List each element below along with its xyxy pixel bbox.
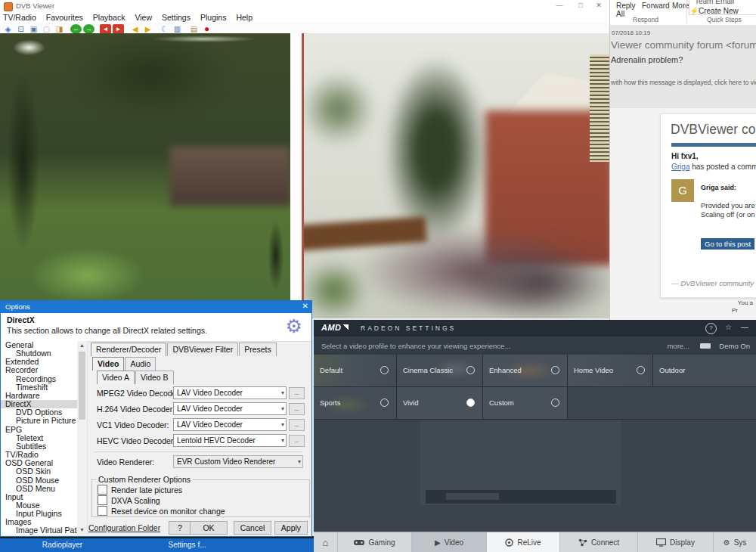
nav-gaming[interactable]: Gaming xyxy=(338,532,412,552)
help-button[interactable]: ? xyxy=(169,521,191,535)
tab-video-a[interactable]: Video A xyxy=(97,371,135,384)
checkbox-render-late-pictures[interactable]: Render late pictures xyxy=(98,485,182,495)
close-icon[interactable]: ✕ xyxy=(302,302,308,310)
volume-mute-icon[interactable]: ◀ xyxy=(129,24,141,34)
right-video-pane xyxy=(304,33,609,318)
profile-tile-default[interactable]: Default xyxy=(314,355,397,387)
menu-help[interactable]: Help xyxy=(236,13,253,22)
tab-renderer-decoder[interactable]: Renderer/Decoder xyxy=(91,343,166,356)
radio-icon[interactable] xyxy=(466,366,475,374)
nav-home[interactable]: ⌂ xyxy=(314,532,338,552)
scroll-up-icon[interactable]: ▲ xyxy=(77,341,87,350)
scroll-down-icon[interactable]: ▼ xyxy=(77,526,87,535)
ok-button[interactable]: OK xyxy=(190,521,228,535)
checkbox-dxva-scaling[interactable]: DXVA Scaling xyxy=(98,495,160,505)
tab-presets[interactable]: Presets xyxy=(239,343,277,356)
checkbox-icon[interactable] xyxy=(98,485,107,495)
profile-tile-vivid[interactable]: Vivid xyxy=(397,387,483,420)
close-button[interactable]: ✕ xyxy=(588,0,609,11)
cancel-button[interactable]: Cancel xyxy=(234,521,271,535)
radio-icon[interactable] xyxy=(380,366,389,374)
video-source-icon[interactable]: ◨ xyxy=(54,24,65,34)
menu-view[interactable]: View xyxy=(135,13,152,22)
menu-playback[interactable]: Playback xyxy=(93,13,125,22)
back-icon[interactable]: ← xyxy=(70,24,82,34)
tree-item[interactable]: OSD Mouse xyxy=(1,476,77,485)
radio-selected-icon[interactable] xyxy=(466,398,475,407)
menu-favourites[interactable]: Favourites xyxy=(46,13,83,22)
channel-down-icon[interactable]: ◄ xyxy=(100,24,111,34)
forward-icon[interactable]: → xyxy=(83,24,94,34)
demo-toggle-icon[interactable] xyxy=(700,343,711,349)
menu-plugins[interactable]: Plugins xyxy=(200,13,226,22)
profile-tile-enhanced[interactable]: Enhanced xyxy=(483,355,568,387)
tab-video[interactable]: Video xyxy=(92,357,124,371)
tab-video-b[interactable]: Video B xyxy=(135,371,174,384)
window-disabled-icon[interactable]: ▢ xyxy=(41,24,52,34)
profile-tile-cinema-classic[interactable]: Cinema Classic xyxy=(397,355,483,387)
mpeg2-decoder-select[interactable]: LAV Video Decoder▾ xyxy=(173,386,287,399)
tree-item[interactable]: Recorder xyxy=(1,366,77,374)
profile-tile-custom[interactable]: Custom xyxy=(483,387,568,420)
dvb-title-bar[interactable]: DVB Viewer — □ ✕ xyxy=(0,0,609,12)
nav-system[interactable]: ⚙ Sys xyxy=(714,532,756,552)
h264-decoder-browse-button[interactable]: ... xyxy=(289,403,305,415)
go-to-post-button[interactable]: Go to this post xyxy=(701,238,754,250)
menu-settings[interactable]: Settings xyxy=(162,13,191,22)
vc1-decoder-browse-button[interactable]: ... xyxy=(289,419,305,431)
create-new-button[interactable]: Create New xyxy=(699,7,739,15)
channel-up-icon[interactable]: ► xyxy=(113,24,124,34)
options-title-bar[interactable]: Options ✕ xyxy=(1,301,311,313)
help-icon[interactable]: ? xyxy=(705,323,717,334)
more-link[interactable]: more... xyxy=(667,342,689,350)
h264-decoder-select[interactable]: LAV Video Decoder▾ xyxy=(173,402,287,415)
author-link[interactable]: Griga xyxy=(671,163,689,171)
video-renderer-select[interactable]: EVR Custom Video Renderer▾ xyxy=(173,455,303,468)
radio-icon[interactable] xyxy=(637,366,645,374)
profile-tile-sports[interactable]: Sports xyxy=(314,387,397,420)
profile-tile-outdoor[interactable]: Outdoor xyxy=(653,355,756,387)
checkbox-icon[interactable] xyxy=(98,506,107,516)
statistics-icon[interactable]: ▥ xyxy=(172,24,183,34)
tree-item[interactable]: Picture in Picture xyxy=(1,417,77,425)
taskbar-item-settings[interactable]: Settings f... xyxy=(125,538,249,552)
taskbar-item-radioplayer[interactable]: Radioplayer xyxy=(0,538,125,552)
menu-tv-radio[interactable]: TV/Radio xyxy=(3,13,36,22)
mpeg2-decoder-browse-button[interactable]: ... xyxy=(289,387,305,399)
nav-relive[interactable]: ReLive xyxy=(487,532,560,552)
channel-list-icon[interactable]: ◈ xyxy=(2,24,14,34)
picture-in-picture-icon[interactable]: ▣ xyxy=(28,24,39,34)
nav-connect[interactable]: Connect xyxy=(560,532,638,552)
nav-video[interactable]: ▶ Video xyxy=(412,532,487,552)
radio-icon[interactable] xyxy=(380,398,389,407)
apply-button[interactable]: Apply xyxy=(274,521,308,535)
radio-icon[interactable] xyxy=(551,366,559,374)
team-email-button[interactable]: Team Email xyxy=(695,0,734,5)
tree-scrollbar[interactable]: ▲ ▼ xyxy=(77,341,88,535)
nav-display[interactable]: Display xyxy=(638,532,714,552)
screenshot-icon[interactable]: ▤ xyxy=(188,24,200,34)
checkbox-reset-device[interactable]: Reset device on monitor change xyxy=(98,506,225,516)
scroll-thumb[interactable] xyxy=(79,352,85,420)
forward-button[interactable]: Forward xyxy=(642,2,670,10)
tree-item[interactable]: Image Virtual Paths xyxy=(1,526,77,535)
profile-tile-home-video[interactable]: Home Video xyxy=(568,355,653,387)
teletext-icon[interactable]: ☾ xyxy=(159,24,170,34)
record-icon[interactable]: ● xyxy=(201,24,212,34)
minimize-button[interactable]: — xyxy=(549,0,570,11)
hevc-decoder-select[interactable]: Lentoid HEVC Decoder▾ xyxy=(173,434,287,447)
radeon-title-bar[interactable]: AMD RADEON SETTINGS ? ☆ — xyxy=(314,320,756,336)
tab-dvbviewer-filter[interactable]: DVBViewer Filter xyxy=(167,343,238,356)
hevc-decoder-browse-button[interactable]: ... xyxy=(289,435,305,447)
tree-item[interactable]: OSD Skin xyxy=(1,467,77,476)
radio-icon[interactable] xyxy=(551,398,559,407)
display-icon[interactable]: ⊡ xyxy=(15,24,26,34)
vc1-decoder-select[interactable]: LAV Video Decoder▾ xyxy=(173,418,287,431)
volume-icon[interactable]: ▶ xyxy=(142,24,153,34)
display-warning-banner[interactable]: with how this message is displayed, clic… xyxy=(611,79,756,86)
star-icon[interactable]: ☆ xyxy=(725,323,732,331)
minimize-icon[interactable]: — xyxy=(741,323,748,331)
checkbox-icon[interactable] xyxy=(98,495,107,505)
configuration-folder-link[interactable]: Configuration Folder xyxy=(88,523,160,532)
tab-audio[interactable]: Audio xyxy=(125,357,156,371)
